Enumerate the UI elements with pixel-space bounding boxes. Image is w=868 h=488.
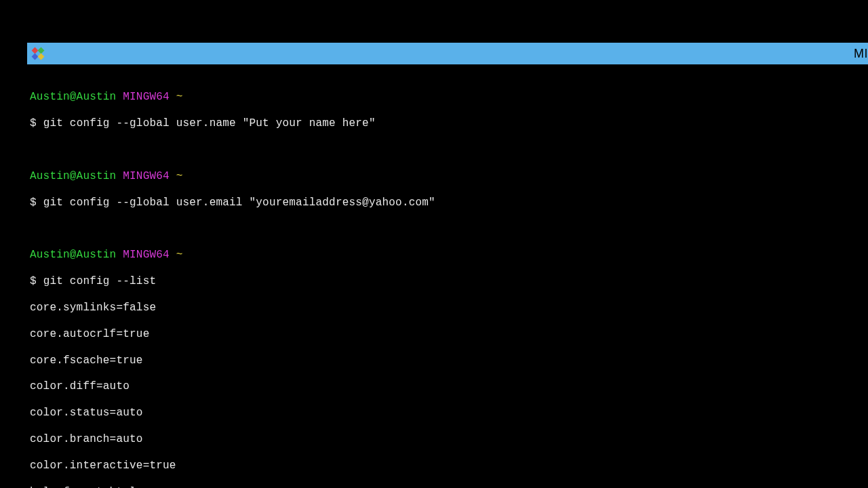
- blank-line: [30, 222, 865, 235]
- prompt-line: Austin@Austin MINGW64 ~: [30, 91, 865, 104]
- prompt-path: ~: [176, 91, 183, 103]
- prompt-context: MINGW64: [123, 249, 170, 261]
- command-line: $ git config --global user.email "yourem…: [30, 197, 865, 209]
- blank-line: [30, 144, 865, 157]
- prompt-path: ~: [176, 249, 183, 261]
- prompt-context: MINGW64: [123, 170, 170, 182]
- prompt-context: MINGW64: [123, 91, 170, 103]
- app-icon: [31, 47, 45, 60]
- output-line: color.status=auto: [30, 407, 865, 420]
- prompt-line: Austin@Austin MINGW64 ~: [30, 249, 865, 262]
- command-line: $ git config --global user.name "Put you…: [30, 117, 865, 130]
- svg-rect-2: [32, 54, 39, 60]
- prompt-line: Austin@Austin MINGW64 ~: [30, 170, 865, 183]
- output-line: color.interactive=true: [30, 460, 865, 472]
- prompt-user-host: Austin@Austin: [30, 170, 116, 182]
- svg-rect-1: [38, 47, 45, 54]
- terminal-body[interactable]: Austin@Austin MINGW64 ~ $ git config --g…: [27, 64, 868, 488]
- prompt-symbol: $: [30, 117, 37, 129]
- command-text: git config --global user.email "youremai…: [43, 197, 435, 209]
- window-title: MI: [854, 43, 868, 64]
- prompt-user-host: Austin@Austin: [30, 91, 116, 103]
- command-line: $ git config --list: [30, 275, 865, 288]
- prompt-user-host: Austin@Austin: [30, 249, 116, 261]
- svg-rect-0: [32, 47, 39, 54]
- output-line: core.autocrlf=true: [30, 328, 865, 341]
- prompt-symbol: $: [30, 197, 37, 209]
- command-text: git config --global user.name "Put your …: [43, 117, 376, 129]
- output-line: color.diff=auto: [30, 380, 865, 393]
- output-line: color.branch=auto: [30, 433, 865, 446]
- output-line: help.format=html: [30, 486, 865, 488]
- window-titlebar[interactable]: MI: [27, 43, 868, 64]
- output-line: core.symlinks=false: [30, 302, 865, 314]
- command-text: git config --list: [43, 275, 157, 287]
- prompt-path: ~: [176, 170, 183, 182]
- prompt-symbol: $: [30, 275, 37, 287]
- svg-rect-3: [38, 54, 45, 60]
- output-line: core.fscache=true: [30, 354, 865, 367]
